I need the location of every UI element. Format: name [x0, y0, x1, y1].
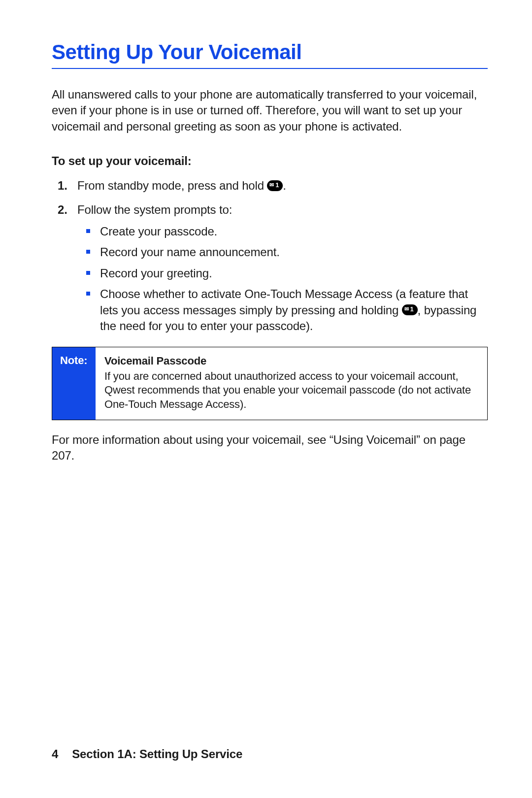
page-number: 4 — [52, 747, 58, 761]
section-label: Section 1A: Setting Up Service — [72, 747, 242, 761]
note-text: If you are concerned about unauthorized … — [104, 370, 471, 410]
step-2: Follow the system prompts to: Create you… — [77, 202, 488, 334]
bullet-passcode: Create your passcode. — [100, 224, 488, 239]
step-2-lead: Follow the system prompts to: — [77, 203, 232, 216]
key-1-icon: ✉1 — [402, 304, 418, 315]
step-1-text-post: . — [283, 179, 286, 192]
page-title: Setting Up Your Voicemail — [52, 40, 488, 64]
note-body: Voicemail Passcode If you are concerned … — [96, 347, 487, 419]
page-footer: 4Section 1A: Setting Up Service — [52, 747, 242, 761]
bullet-onetouch: Choose whether to activate One-Touch Mes… — [100, 286, 488, 334]
title-rule — [52, 68, 488, 69]
more-info: For more information about using your vo… — [52, 432, 488, 464]
note-box: Note: Voicemail Passcode If you are conc… — [52, 347, 488, 420]
sub-bullets: Create your passcode. Record your name a… — [77, 224, 488, 334]
subheading: To set up your voicemail: — [52, 154, 488, 168]
document-page: Setting Up Your Voicemail All unanswered… — [0, 0, 532, 798]
step-1: From standby mode, press and hold ✉1. — [77, 178, 488, 194]
note-tab: Note: — [52, 347, 96, 419]
key-1-icon: ✉1 — [267, 180, 283, 191]
note-title: Voicemail Passcode — [104, 354, 477, 368]
intro-paragraph: All unanswered calls to your phone are a… — [52, 87, 488, 134]
step-1-text-pre: From standby mode, press and hold — [77, 179, 267, 192]
bullet-name: Record your name announcement. — [100, 244, 488, 260]
steps-list: From standby mode, press and hold ✉1. Fo… — [52, 178, 488, 334]
bullet-greeting: Record your greeting. — [100, 266, 488, 281]
